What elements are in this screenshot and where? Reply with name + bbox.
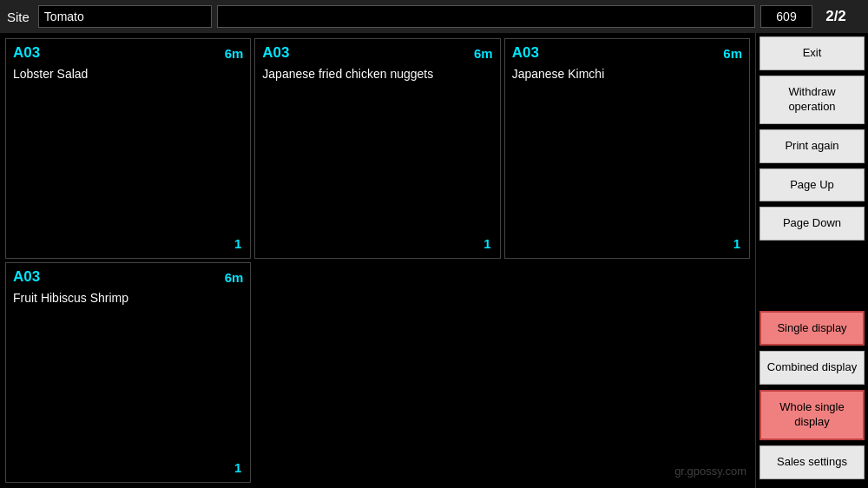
order-card-header: A03 6m [13,44,243,62]
site-input[interactable] [38,5,212,28]
order-item-name: Japanese fried chicken nuggets [262,67,492,253]
sidebar-spacer [760,246,865,310]
order-qty: 1 [234,460,241,475]
page-up-button[interactable]: Page Up [760,168,865,202]
order-card-header: A03 6m [13,268,243,286]
combined-display-button[interactable]: Combined display [760,351,865,385]
order-table: A03 [13,44,40,62]
header: Site 2/2 [0,0,868,33]
order-card: A03 6m Japanese fried chicken nuggets 1 [254,38,500,259]
order-grid: A03 6m Lobster Salad 1 A03 6m Japanese f… [0,33,755,488]
order-card-header: A03 6m [512,44,742,62]
whole-single-display-button[interactable]: Whole single display [760,390,865,440]
page-down-button[interactable]: Page Down [760,207,865,241]
order-item-name: Fruit Hibiscus Shrimp [13,291,243,477]
order-item-name: Lobster Salad [13,67,243,253]
page-indicator: 2/2 [818,8,861,25]
order-card: A03 6m Japanese Kimchi 1 [504,38,750,259]
order-table: A03 [262,44,289,62]
sales-settings-button[interactable]: Sales settings [760,445,865,479]
header-number[interactable] [760,5,812,28]
site-label: Site [7,10,30,24]
main-area: A03 6m Lobster Salad 1 A03 6m Japanese f… [0,33,868,488]
order-card: A03 6m Fruit Hibiscus Shrimp 1 [5,262,251,483]
order-table: A03 [512,44,539,62]
order-table: A03 [13,268,40,286]
order-card: A03 6m Lobster Salad 1 [5,38,251,259]
order-time: 6m [723,46,742,61]
exit-button[interactable]: Exit [760,36,865,70]
order-time: 6m [474,46,493,61]
withdraw-button[interactable]: Withdraw operation [760,76,865,124]
single-display-button[interactable]: Single display [760,311,865,346]
order-time: 6m [225,46,244,61]
order-time: 6m [225,270,244,285]
sidebar: Exit Withdraw operation Print again Page… [755,33,868,488]
order-card-header: A03 6m [262,44,492,62]
print-again-button[interactable]: Print again [760,129,865,163]
order-qty: 1 [234,236,241,251]
order-qty: 1 [483,236,490,251]
header-field-2[interactable] [217,5,755,28]
order-qty: 1 [733,236,740,251]
order-item-name: Japanese Kimchi [512,67,742,253]
